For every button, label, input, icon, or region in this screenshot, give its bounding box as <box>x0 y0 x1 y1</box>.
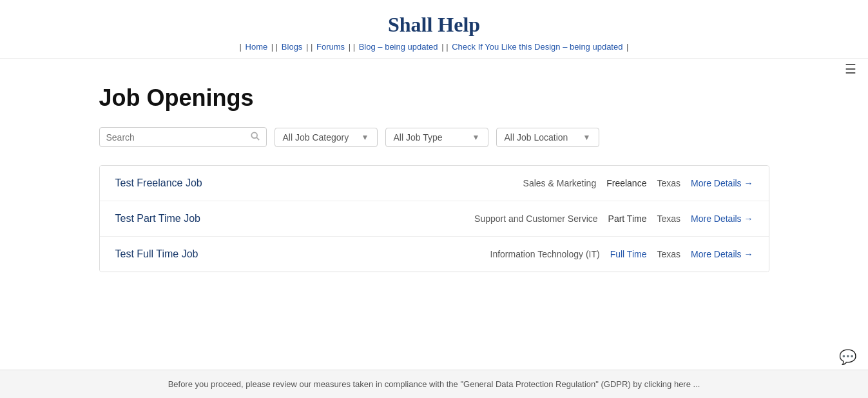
job-category: Support and Customer Service <box>474 214 597 224</box>
page-title: Job Openings <box>99 85 769 112</box>
more-details-link[interactable]: More Details → <box>691 178 753 188</box>
location-filter[interactable]: All Job Location ▼ <box>496 128 599 147</box>
chevron-down-icon: ▼ <box>362 133 369 142</box>
job-location: Texas <box>657 249 680 259</box>
job-category: Information Technology (IT) <box>490 249 600 259</box>
job-location: Texas <box>657 214 680 224</box>
main-content: Job Openings All Job Category ▼ All Job … <box>48 59 821 298</box>
nav-links: | Home | | Blogs | | Forums | | Blog – b… <box>0 42 868 52</box>
search-input[interactable] <box>106 132 247 143</box>
job-title[interactable]: Test Part Time Job <box>115 213 201 224</box>
more-details-link[interactable]: More Details → <box>691 249 753 259</box>
table-row: Test Freelance JobSales & MarketingFreel… <box>100 166 769 201</box>
jobs-list: Test Freelance JobSales & MarketingFreel… <box>99 165 769 272</box>
svg-point-0 <box>251 132 257 138</box>
nav-blog[interactable]: Blog – being updated <box>359 42 438 52</box>
job-type: Part Time <box>608 214 647 224</box>
job-type: Freelance <box>606 178 646 188</box>
job-meta: Information Technology (IT)Full TimeTexa… <box>490 249 753 259</box>
table-row: Test Part Time JobSupport and Customer S… <box>100 201 769 237</box>
job-meta: Sales & MarketingFreelanceTexasMore Deta… <box>523 178 753 188</box>
location-filter-label: All Job Location <box>505 132 568 143</box>
more-details-link[interactable]: More Details → <box>691 214 753 224</box>
job-category: Sales & Marketing <box>523 178 597 188</box>
hamburger-icon[interactable]: ☰ <box>845 61 856 77</box>
chevron-down-icon: ▼ <box>583 133 591 142</box>
category-filter[interactable]: All Job Category ▼ <box>275 128 378 147</box>
category-filter-label: All Job Category <box>283 132 349 143</box>
job-type: Full Time <box>610 249 647 259</box>
nav-home[interactable]: Home <box>246 42 268 52</box>
table-row: Test Full Time JobInformation Technology… <box>100 237 769 272</box>
filters-bar: All Job Category ▼ All Job Type ▼ All Jo… <box>99 127 769 147</box>
job-location: Texas <box>657 178 680 188</box>
svg-line-1 <box>256 137 259 140</box>
search-box[interactable] <box>99 127 267 147</box>
chevron-down-icon: ▼ <box>472 133 480 142</box>
type-filter[interactable]: All Job Type ▼ <box>385 128 488 147</box>
nav-blogs[interactable]: Blogs <box>282 42 303 52</box>
site-title: Shall Help <box>0 13 868 37</box>
search-icon <box>251 132 260 143</box>
site-header: Shall Help | Home | | Blogs | | Forums |… <box>0 0 868 59</box>
type-filter-label: All Job Type <box>394 132 443 143</box>
job-title[interactable]: Test Full Time Job <box>115 248 198 260</box>
job-title[interactable]: Test Freelance Job <box>115 177 202 189</box>
nav-forums[interactable]: Forums <box>316 42 345 52</box>
nav-check-design[interactable]: Check If You Like this Design – being up… <box>452 42 622 52</box>
job-meta: Support and Customer ServicePart TimeTex… <box>474 214 753 224</box>
